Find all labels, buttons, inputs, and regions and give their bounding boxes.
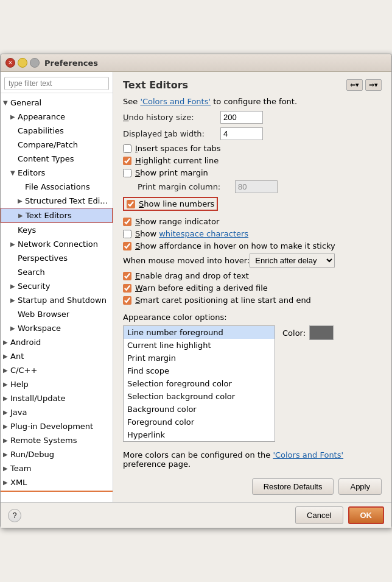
sidebar-item-team[interactable]: ▶Team: [1, 461, 113, 475]
close-button[interactable]: ✕: [5, 58, 15, 68]
sidebar-label-xml: XML: [10, 478, 27, 487]
warn-derived-label: Warn before editing a derived file: [135, 283, 268, 293]
sidebar-item-help[interactable]: ▶Help: [1, 377, 113, 391]
color-item-selection-bg[interactable]: Selection background color: [124, 390, 275, 403]
sidebar-label-workspace: Workspace: [18, 324, 61, 333]
sidebar-label-run-debug: Run/Debug: [10, 450, 54, 459]
restore-defaults-button[interactable]: Restore Defaults: [252, 478, 334, 495]
tab-input[interactable]: [220, 127, 263, 140]
sidebar-item-xml[interactable]: ▶XML: [1, 475, 113, 489]
filter-input[interactable]: [4, 77, 109, 90]
undo-input[interactable]: [220, 111, 263, 124]
sidebar-item-plugin-development[interactable]: ▶Plug-in Development: [1, 419, 113, 433]
nav-back-button[interactable]: ⇐▾: [346, 79, 363, 91]
sidebar-label-install-update: Install/Update: [10, 394, 66, 403]
ok-button[interactable]: OK: [348, 506, 385, 524]
show-line-numbers-label: Show line numbers: [139, 199, 214, 208]
color-item-foreground-color[interactable]: Foreground color: [124, 416, 275, 428]
print-margin-col-input[interactable]: [235, 180, 278, 193]
print-margin-label: Show print margin: [135, 168, 208, 177]
help-button[interactable]: ?: [8, 509, 21, 522]
color-item-hyperlink[interactable]: Hyperlink: [124, 428, 275, 441]
cancel-button[interactable]: Cancel: [295, 506, 343, 524]
sidebar-item-web-browser[interactable]: Web Browser: [1, 307, 113, 321]
range-indicator-checkbox[interactable]: [123, 218, 131, 226]
sidebar-item-search[interactable]: Search: [1, 265, 113, 279]
checkbox-warn-derived: Warn before editing a derived file: [123, 283, 382, 293]
sidebar-item-cpp[interactable]: ▶C/C++: [1, 363, 113, 377]
sidebar-item-capabilities[interactable]: Capabilities: [1, 124, 113, 138]
color-item-background-color[interactable]: Background color: [124, 403, 275, 416]
sidebar-item-general[interactable]: ▼General: [1, 96, 113, 110]
sidebar-label-structured-text-edi: Structured Text Edi...: [25, 196, 108, 205]
sidebar-item-run-debug[interactable]: ▶Run/Debug: [1, 447, 113, 461]
insert-spaces-checkbox[interactable]: [123, 144, 131, 153]
minimize-button[interactable]: [18, 58, 27, 68]
smart-caret-checkbox[interactable]: [123, 296, 131, 305]
sidebar-item-remote-systems[interactable]: ▶Remote Systems: [1, 433, 113, 447]
window-title: Preferences: [44, 59, 98, 68]
color-display: Color:: [282, 325, 334, 340]
print-margin-col-row: Print margin column:: [123, 180, 382, 193]
color-item-find-scope[interactable]: Find scope: [124, 364, 275, 377]
whitespace-checkbox[interactable]: [123, 230, 131, 238]
maximize-button[interactable]: [30, 58, 40, 68]
show-line-numbers-checkbox[interactable]: [127, 200, 135, 208]
color-item-print-margin[interactable]: Print margin: [124, 352, 275, 364]
sidebar-item-android[interactable]: ▶Android: [1, 335, 113, 349]
mouse-hover-select[interactable]: Enrich after delay Enrich immediately No…: [250, 254, 335, 268]
whitespace-label: Show whitespace characters: [135, 229, 248, 238]
print-margin-checkbox[interactable]: [123, 169, 131, 177]
sidebar-item-security[interactable]: ▶Security: [1, 279, 113, 293]
sidebar-item-keys[interactable]: Keys: [1, 223, 113, 237]
sidebar-item-compare-patch[interactable]: Compare/Patch: [1, 138, 113, 152]
color-item-line-number-fg[interactable]: Line number foreground: [124, 326, 275, 339]
color-item-current-line-highlight[interactable]: Current line highlight: [124, 339, 275, 352]
print-margin-col-label: Print margin column:: [138, 182, 235, 191]
color-item-selection-fg[interactable]: Selection foreground color: [124, 377, 275, 390]
sidebar-item-content-types[interactable]: Content Types: [1, 152, 113, 166]
sidebar-item-structured-text-edi[interactable]: ▶Structured Text Edi...: [1, 194, 113, 208]
color-box[interactable]: [309, 325, 334, 340]
color-list-area: Line number foregroundCurrent line highl…: [123, 325, 382, 442]
nav-forward-button[interactable]: ⇒▾: [365, 79, 382, 91]
restore-apply-row: Restore Defaults Apply: [123, 478, 382, 495]
sidebar-item-startup-shutdown[interactable]: ▶Startup and Shutdown: [1, 293, 113, 307]
sidebar-item-network-connection[interactable]: ▶Network Connection: [1, 237, 113, 251]
sidebar-item-install-update[interactable]: ▶Install/Update: [1, 391, 113, 405]
sidebar-item-ant[interactable]: ▶Ant: [1, 349, 113, 363]
tree-container: ▼General▶AppearanceCapabilitiesCompare/P…: [1, 96, 113, 489]
tree-arrow-ant: ▶: [3, 353, 10, 360]
sidebar-item-file-associations[interactable]: File Associations: [1, 180, 113, 194]
sidebar-item-perspectives[interactable]: Perspectives: [1, 251, 113, 265]
checkbox-show-line-numbers: Show line numbers: [123, 197, 218, 211]
sidebar-item-java[interactable]: ▶Java: [1, 405, 113, 419]
colors-fonts-link[interactable]: 'Colors and Fonts': [140, 97, 211, 106]
drag-drop-checkbox[interactable]: [123, 272, 131, 280]
orange-underline: [1, 491, 113, 492]
tree-arrow-network-connection: ▶: [10, 241, 18, 247]
warn-derived-checkbox[interactable]: [123, 284, 131, 293]
tree-arrow-android: ▶: [3, 339, 10, 346]
apply-button[interactable]: Apply: [338, 478, 382, 495]
sidebar-item-appearance[interactable]: ▶Appearance: [1, 110, 113, 124]
mouse-hover-row: When mouse moved into hover: Enrich afte…: [123, 254, 382, 268]
whitespace-link[interactable]: whitespace characters: [159, 229, 248, 238]
checkbox-highlight-line: Highlight current line: [123, 156, 382, 165]
sidebar-item-editors[interactable]: ▼Editors: [1, 166, 113, 180]
affordance-label: Show affordance in hover on how to make …: [135, 241, 335, 250]
sidebar-label-help: Help: [10, 380, 29, 389]
tree-arrow-remote-systems: ▶: [3, 437, 10, 444]
sidebar-item-text-editors[interactable]: ▶Text Editors: [1, 208, 113, 223]
highlight-line-checkbox[interactable]: [123, 157, 131, 165]
titlebar: ✕ Preferences: [1, 54, 391, 72]
tree-arrow-text-editors: ▶: [18, 212, 26, 219]
sidebar-label-security: Security: [18, 282, 50, 291]
affordance-checkbox[interactable]: [123, 242, 131, 250]
sidebar-label-capabilities: Capabilities: [18, 126, 64, 135]
tree-arrow-install-update: ▶: [3, 395, 10, 402]
more-colors-link[interactable]: 'Colors and Fonts': [273, 450, 343, 460]
sidebar-label-content-types: Content Types: [18, 154, 74, 163]
sidebar-label-general: General: [10, 98, 41, 107]
sidebar-item-workspace[interactable]: ▶Workspace: [1, 321, 113, 335]
